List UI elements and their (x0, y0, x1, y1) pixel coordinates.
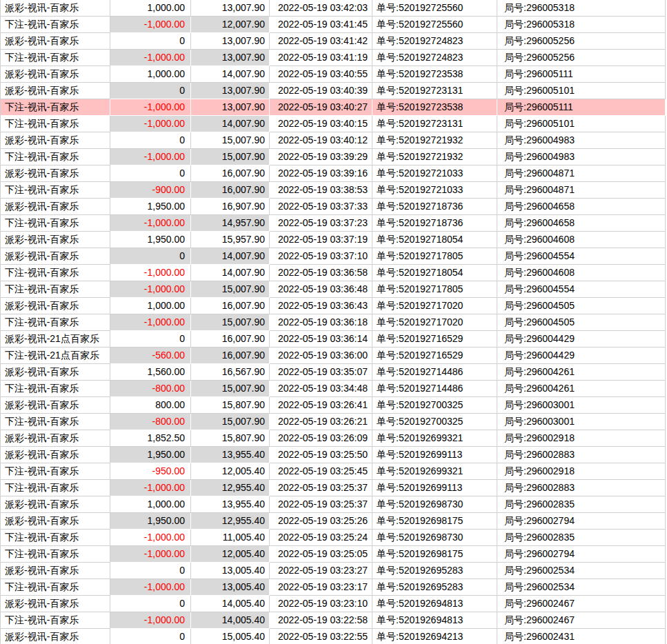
table-row[interactable]: 派彩-视讯-百家乐 0 16,007.90 2022-05-19 03:39:1… (1, 165, 666, 182)
amount-cell: 1,852.50 (110, 430, 191, 447)
timestamp-cell: 2022-05-19 03:22:58 (270, 612, 372, 629)
bet-records-table: 派彩-视讯-百家乐 1,000.00 13,007.90 2022-05-19 … (0, 0, 666, 644)
order-number-label: 单号: (377, 184, 399, 195)
table-row[interactable]: 下注-视讯-百家乐 -1,000.00 14,007.90 2022-05-19… (1, 116, 666, 132)
table-row[interactable]: 下注-视讯-百家乐 -1,000.00 14,005.40 2022-05-19… (1, 612, 666, 629)
table-row[interactable]: 派彩-视讯-21点百家乐 0 16,007.90 2022-05-19 03:3… (1, 331, 666, 348)
order-number-value: 520192717805 (399, 283, 463, 294)
order-number-value: 520192700325 (399, 416, 463, 427)
balance-cell: 15,007.90 (191, 314, 270, 331)
amount-cell: 1,950.00 (110, 199, 191, 215)
table-row[interactable]: 派彩-视讯-百家乐 1,950.00 16,907.90 2022-05-19 … (1, 199, 666, 215)
table-row[interactable]: 下注-视讯-百家乐 -1,000.00 13,005.40 2022-05-19… (1, 579, 666, 596)
amount-cell: 1,000.00 (110, 66, 191, 83)
amount-cell: -800.00 (110, 414, 191, 430)
table-row[interactable]: 下注-视讯-百家乐 -1,000.00 12,005.40 2022-05-19… (1, 546, 666, 563)
table-row[interactable]: 派彩-视讯-百家乐 0 13,007.90 2022-05-19 03:40:3… (1, 83, 666, 99)
round-number-cell: 局号:296002918 (497, 463, 666, 480)
table-row[interactable]: 派彩-视讯-百家乐 1,000.00 14,007.90 2022-05-19 … (1, 66, 666, 83)
bet-type-cell: 下注-视讯-百家乐 (1, 612, 110, 629)
amount-cell: -1,000.00 (110, 546, 191, 563)
order-number-label: 单号: (377, 432, 399, 443)
order-number-value: 520192717020 (399, 300, 463, 311)
order-number-value: 520192716529 (399, 333, 463, 344)
round-number-cell: 局号:296005101 (497, 116, 666, 132)
table-row[interactable]: 下注-视讯-百家乐 -1,000.00 14,007.90 2022-05-19… (1, 265, 666, 281)
order-number-cell: 单号:520192699321 (372, 463, 497, 480)
table-row[interactable]: 派彩-视讯-百家乐 0 15,005.40 2022-05-19 03:22:5… (1, 629, 666, 644)
round-number-label: 局号: (504, 68, 526, 79)
table-row[interactable]: 派彩-视讯-百家乐 0 14,005.40 2022-05-19 03:23:1… (1, 596, 666, 612)
table-row[interactable]: 下注-视讯-百家乐 -1,000.00 11,005.40 2022-05-19… (1, 530, 666, 546)
order-number-value: 520192718736 (399, 217, 463, 228)
order-number-value: 520192725560 (399, 19, 463, 30)
order-number-label: 单号: (377, 465, 399, 476)
table-row[interactable]: 下注-视讯-百家乐 -950.00 12,005.40 2022-05-19 0… (1, 463, 666, 480)
table-row[interactable]: 派彩-视讯-百家乐 0 13,007.90 2022-05-19 03:41:4… (1, 33, 666, 50)
round-number-cell: 局号:296004554 (497, 281, 666, 298)
table-row[interactable]: 下注-视讯-21点百家乐 -560.00 16,007.90 2022-05-1… (1, 348, 666, 364)
order-number-label: 单号: (377, 134, 399, 145)
table-row[interactable]: 下注-视讯-百家乐 -900.00 16,007.90 2022-05-19 0… (1, 182, 666, 199)
table-row[interactable]: 下注-视讯-百家乐 -800.00 15,007.90 2022-05-19 0… (1, 414, 666, 430)
table-row[interactable]: 派彩-视讯-百家乐 0 14,007.90 2022-05-19 03:37:1… (1, 248, 666, 265)
table-row[interactable]: 下注-视讯-百家乐 -1,000.00 15,007.90 2022-05-19… (1, 149, 666, 165)
round-number-value: 296005256 (526, 52, 575, 63)
round-number-label: 局号: (504, 217, 526, 228)
table-row[interactable]: 下注-视讯-百家乐 -1,000.00 15,007.90 2022-05-19… (1, 281, 666, 298)
table-row[interactable]: 下注-视讯-百家乐 -1,000.00 14,957.90 2022-05-19… (1, 215, 666, 232)
table-row[interactable]: 下注-视讯-百家乐 -1,000.00 13,007.90 2022-05-19… (1, 50, 666, 66)
table-row[interactable]: 派彩-视讯-百家乐 1,000.00 13,955.40 2022-05-19 … (1, 496, 666, 513)
amount-cell: -1,000.00 (110, 149, 191, 165)
bet-type-cell: 派彩-视讯-百家乐 (1, 563, 110, 579)
round-number-cell: 局号:296004983 (497, 132, 666, 149)
round-number-value: 296004261 (526, 366, 575, 377)
round-number-value: 296002467 (526, 598, 575, 609)
round-number-label: 局号: (504, 151, 526, 162)
table-row[interactable]: 下注-视讯-百家乐 -1,000.00 13,007.90 2022-05-19… (1, 99, 666, 116)
table-row[interactable]: 派彩-视讯-百家乐 1,950.00 15,957.90 2022-05-19 … (1, 232, 666, 248)
order-number-label: 单号: (377, 366, 399, 377)
table-row[interactable]: 下注-视讯-百家乐 -1,000.00 12,007.90 2022-05-19… (1, 17, 666, 33)
balance-cell: 12,955.40 (191, 480, 270, 496)
round-number-value: 296002534 (526, 565, 575, 576)
table-row[interactable]: 派彩-视讯-百家乐 1,950.00 13,955.40 2022-05-19 … (1, 447, 666, 463)
table-row[interactable]: 下注-视讯-百家乐 -1,000.00 12,955.40 2022-05-19… (1, 480, 666, 496)
table-row[interactable]: 派彩-视讯-百家乐 1,852.50 15,807.90 2022-05-19 … (1, 430, 666, 447)
amount-cell: -1,000.00 (110, 265, 191, 281)
order-number-cell: 单号:520192721033 (372, 182, 497, 199)
bet-type-cell: 派彩-视讯-百家乐 (1, 0, 110, 17)
round-number-cell: 局号:296004429 (497, 348, 666, 364)
order-number-label: 单号: (377, 614, 399, 625)
bet-type-cell: 下注-视讯-百家乐 (1, 314, 110, 331)
table-row[interactable]: 下注-视讯-百家乐 -1,000.00 15,007.90 2022-05-19… (1, 314, 666, 331)
order-number-label: 单号: (377, 499, 399, 510)
table-row[interactable]: 派彩-视讯-百家乐 800.00 15,807.90 2022-05-19 03… (1, 397, 666, 414)
timestamp-cell: 2022-05-19 03:25:45 (270, 463, 372, 480)
table-row[interactable]: 派彩-视讯-百家乐 0 13,005.40 2022-05-19 03:23:2… (1, 563, 666, 579)
table-row[interactable]: 派彩-视讯-百家乐 1,950.00 12,955.40 2022-05-19 … (1, 513, 666, 530)
table-row[interactable]: 派彩-视讯-百家乐 1,560.00 16,567.90 2022-05-19 … (1, 364, 666, 381)
timestamp-cell: 2022-05-19 03:25:05 (270, 546, 372, 563)
order-number-value: 520192698175 (399, 515, 463, 526)
timestamp-cell: 2022-05-19 03:41:45 (270, 17, 372, 33)
table-row[interactable]: 下注-视讯-百家乐 -800.00 15,007.90 2022-05-19 0… (1, 381, 666, 397)
bet-type-cell: 派彩-视讯-百家乐 (1, 364, 110, 381)
timestamp-cell: 2022-05-19 03:22:55 (270, 629, 372, 644)
order-number-value: 520192698175 (399, 548, 463, 559)
round-number-label: 局号: (504, 581, 526, 592)
bet-type-cell: 下注-视讯-百家乐 (1, 579, 110, 596)
table-row[interactable]: 派彩-视讯-百家乐 1,000.00 13,007.90 2022-05-19 … (1, 0, 666, 17)
balance-cell: 16,007.90 (191, 348, 270, 364)
bet-type-cell: 下注-视讯-百家乐 (1, 149, 110, 165)
order-number-value: 520192724823 (399, 52, 463, 63)
balance-cell: 14,007.90 (191, 116, 270, 132)
balance-cell: 14,957.90 (191, 215, 270, 232)
bet-type-cell: 派彩-视讯-百家乐 (1, 232, 110, 248)
balance-cell: 16,007.90 (191, 298, 270, 314)
order-number-label: 单号: (377, 168, 399, 179)
balance-cell: 13,007.90 (191, 33, 270, 50)
table-row[interactable]: 派彩-视讯-百家乐 0 15,007.90 2022-05-19 03:40:1… (1, 132, 666, 149)
table-row[interactable]: 派彩-视讯-百家乐 1,000.00 16,007.90 2022-05-19 … (1, 298, 666, 314)
balance-cell: 14,007.90 (191, 66, 270, 83)
